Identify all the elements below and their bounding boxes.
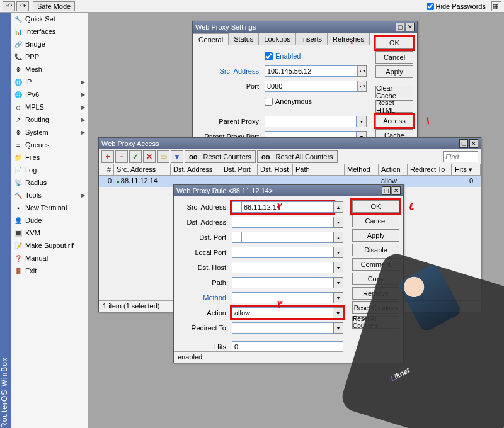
wpr-lport-dropdown-icon[interactable]: ▼: [333, 247, 343, 258]
access-button[interactable]: Access: [375, 115, 413, 127]
sidebar-item-queues[interactable]: ≡Queues: [11, 138, 88, 151]
sidebar-item-quick-set[interactable]: 🔧Quick Set: [11, 13, 88, 25]
wpr-method-dropdown-icon[interactable]: ▼: [333, 292, 343, 303]
header-port[interactable]: Dst. Port: [221, 164, 258, 175]
extra-toolbar-icon[interactable]: ▦: [491, 1, 501, 11]
undo-button[interactable]: ↶: [3, 1, 15, 11]
header-action[interactable]: Action: [379, 164, 408, 175]
filter-button[interactable]: ▼: [171, 150, 183, 163]
sidebar-item-routing[interactable]: ↗Routing▶: [11, 113, 88, 126]
wpr-ok-button[interactable]: OK: [352, 200, 399, 213]
remove-button[interactable]: −: [115, 150, 128, 163]
not-toggle[interactable]: [232, 232, 242, 243]
wps-titlebar[interactable]: Web Proxy Settings ▢ ✕: [193, 21, 417, 33]
wpr-dport-updown-icon[interactable]: ▲: [333, 232, 343, 243]
wpr-src-updown-icon[interactable]: ▲: [333, 201, 343, 213]
wpr-reset-counters-button[interactable]: Reset Counters: [352, 301, 399, 314]
wpr-dport-input[interactable]: [241, 232, 333, 243]
sidebar-item-ppp[interactable]: 📞PPP: [11, 50, 88, 63]
redo-button[interactable]: ↷: [16, 1, 29, 11]
ok-button[interactable]: OK: [375, 37, 413, 49]
sidebar-item-bridge[interactable]: 🔗Bridge: [11, 38, 88, 50]
enable-button[interactable]: ✓: [129, 150, 142, 163]
sidebar-item-system[interactable]: ⚙System▶: [11, 126, 88, 138]
minimize-icon[interactable]: ▢: [382, 186, 391, 195]
wpr-redirect-dropdown-icon[interactable]: ▼: [333, 322, 343, 334]
header-path[interactable]: Path: [293, 164, 345, 175]
anonymous-checkbox[interactable]: [265, 98, 273, 106]
reset-html-button[interactable]: Reset HTML: [375, 100, 413, 113]
add-button[interactable]: +: [101, 150, 114, 163]
enabled-checkbox[interactable]: [265, 52, 273, 60]
reset-all-counters-button[interactable]: oo Reset All Counters: [257, 150, 338, 163]
wpr-dhost-input[interactable]: [232, 262, 333, 273]
header-num[interactable]: #: [99, 164, 114, 175]
wpr-reset-all-counters-button[interactable]: Reset All Counters: [352, 316, 399, 329]
sidebar-item-log[interactable]: 📄Log: [11, 164, 88, 176]
wpr-titlebar[interactable]: Web Proxy Rule <88.11.12.14> ▢ ✕: [174, 185, 403, 196]
sidebar-item-ip[interactable]: 🌐IP▶: [11, 76, 88, 88]
src-address-input[interactable]: [265, 65, 358, 77]
minimize-icon[interactable]: ▢: [459, 139, 468, 148]
sidebar-item-ipv6[interactable]: 🌐IPv6▶: [11, 88, 88, 101]
wpr-action-dropdown-icon[interactable]: ◆: [333, 307, 343, 318]
hide-passwords-checkbox[interactable]: [427, 3, 434, 10]
clear-cache-button[interactable]: Clear Cache: [375, 86, 413, 98]
header-method[interactable]: Method: [345, 164, 379, 175]
cancel-button[interactable]: Cancel: [375, 51, 413, 64]
src-address-spinner[interactable]: ▲▼: [358, 65, 367, 77]
sidebar-item-make-supout-rif[interactable]: 📝Make Supout.rif: [11, 239, 88, 252]
safe-mode-button[interactable]: Safe Mode: [33, 1, 75, 11]
sidebar-item-dude[interactable]: 👤Dude: [11, 214, 88, 227]
close-icon[interactable]: ✕: [406, 23, 415, 31]
wpr-cancel-button[interactable]: Cancel: [352, 215, 399, 227]
close-icon[interactable]: ✕: [392, 186, 401, 195]
wpr-comment-button[interactable]: Comment: [352, 258, 399, 271]
sidebar-item-manual[interactable]: ❓Manual: [11, 252, 88, 264]
wpr-lport-input[interactable]: [232, 247, 333, 258]
wpr-path-input[interactable]: [232, 277, 333, 288]
wpr-copy-button[interactable]: Copy: [352, 273, 399, 285]
header-host[interactable]: Dst. Host: [258, 164, 293, 175]
reset-counters-button[interactable]: oo Reset Counters: [185, 150, 256, 163]
sidebar-item-mpls[interactable]: ◇MPLS▶: [11, 101, 88, 113]
parent-proxy-dropdown-icon[interactable]: ▼: [357, 116, 367, 127]
not-toggle[interactable]: [232, 201, 242, 213]
tab-general[interactable]: General: [193, 33, 229, 45]
wpr-remove-button[interactable]: Remove: [352, 287, 399, 300]
port-input[interactable]: [265, 81, 358, 92]
sidebar-item-tools[interactable]: 🔨Tools▶: [11, 189, 88, 201]
header-src[interactable]: Src. Address: [114, 164, 171, 175]
apply-button[interactable]: Apply: [375, 65, 413, 78]
wpa-titlebar[interactable]: Web Proxy Access ▢ ✕: [99, 138, 481, 149]
parent-proxy-input[interactable]: [265, 116, 357, 127]
tab-lookups[interactable]: Lookups: [258, 33, 296, 45]
disable-button[interactable]: ✕: [143, 150, 156, 163]
sidebar-item-files[interactable]: 📁Files: [11, 151, 88, 164]
wpr-path-dropdown-icon[interactable]: ▼: [333, 277, 343, 288]
tab-inserts[interactable]: Inserts: [295, 33, 328, 45]
wpr-dhost-dropdown-icon[interactable]: ▼: [333, 262, 343, 273]
minimize-icon[interactable]: ▢: [396, 23, 404, 31]
tab-status[interactable]: Status: [228, 33, 259, 45]
wpr-apply-button[interactable]: Apply: [352, 229, 399, 242]
port-spinner[interactable]: ▲▼: [358, 81, 367, 92]
sidebar-item-exit[interactable]: 🚪Exit: [11, 264, 88, 277]
wpr-dst-input[interactable]: [232, 217, 333, 228]
wpr-redirect-input[interactable]: [232, 322, 333, 334]
header-redirect[interactable]: Redirect To: [408, 164, 452, 175]
sidebar-item-radius[interactable]: 📡Radius: [11, 176, 88, 189]
find-input[interactable]: [443, 151, 478, 162]
comment-button[interactable]: ▭: [157, 150, 169, 163]
sidebar-item-interfaces[interactable]: 📊Interfaces: [11, 25, 88, 38]
sidebar-item-mesh[interactable]: ⚙Mesh: [11, 63, 88, 76]
sidebar-item-new-terminal[interactable]: ▪New Terminal: [11, 201, 88, 214]
wpr-dst-dropdown-icon[interactable]: ▼: [333, 217, 343, 228]
header-dst[interactable]: Dst. Address: [171, 164, 221, 175]
sidebar-item-kvm[interactable]: 🔳KVM: [11, 227, 88, 239]
tab-refreshes[interactable]: Refreshes: [327, 33, 370, 45]
wpr-disable-button[interactable]: Disable: [352, 244, 399, 256]
header-hits[interactable]: Hits ▾: [452, 164, 481, 175]
wpr-src-input[interactable]: [241, 201, 333, 213]
hide-passwords-toggle[interactable]: Hide Passwords ▦: [427, 1, 501, 11]
